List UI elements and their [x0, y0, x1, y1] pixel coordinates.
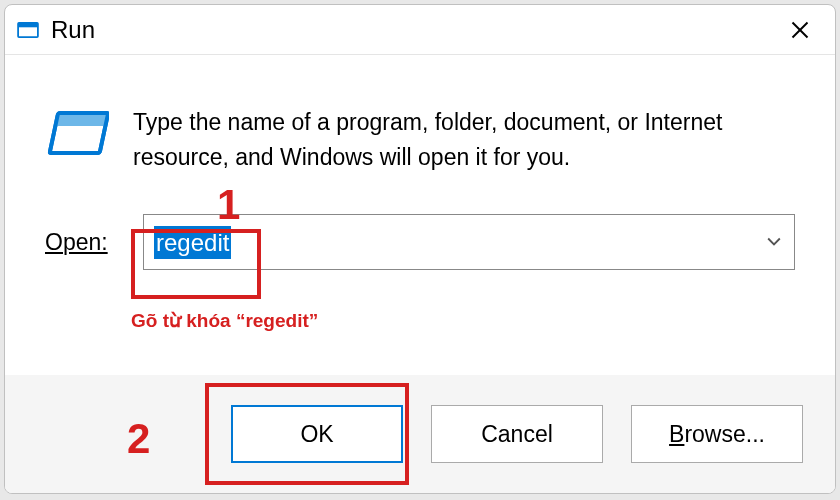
svg-rect-1	[18, 22, 38, 27]
annotation-step-1: 1	[217, 181, 240, 229]
run-body-icon	[45, 109, 109, 161]
dialog-description: Type the name of a program, folder, docu…	[133, 105, 795, 174]
dialog-body: Type the name of a program, folder, docu…	[5, 55, 835, 290]
open-label: Open:	[45, 229, 123, 256]
dialog-title: Run	[51, 16, 777, 44]
browse-button[interactable]: Browse...	[631, 405, 803, 463]
ok-button[interactable]: OK	[231, 405, 403, 463]
cancel-button[interactable]: Cancel	[431, 405, 603, 463]
annotation-hint: Gõ từ khóa “regedit”	[131, 309, 318, 332]
titlebar: Run	[5, 5, 835, 55]
command-input[interactable]	[143, 214, 795, 270]
close-button[interactable]	[777, 10, 823, 50]
run-dialog: Run Type the name of a program, folder, …	[4, 4, 836, 494]
command-combobox[interactable]: regedit	[143, 214, 795, 270]
annotation-step-2: 2	[127, 415, 150, 463]
run-titlebar-icon	[17, 19, 39, 41]
